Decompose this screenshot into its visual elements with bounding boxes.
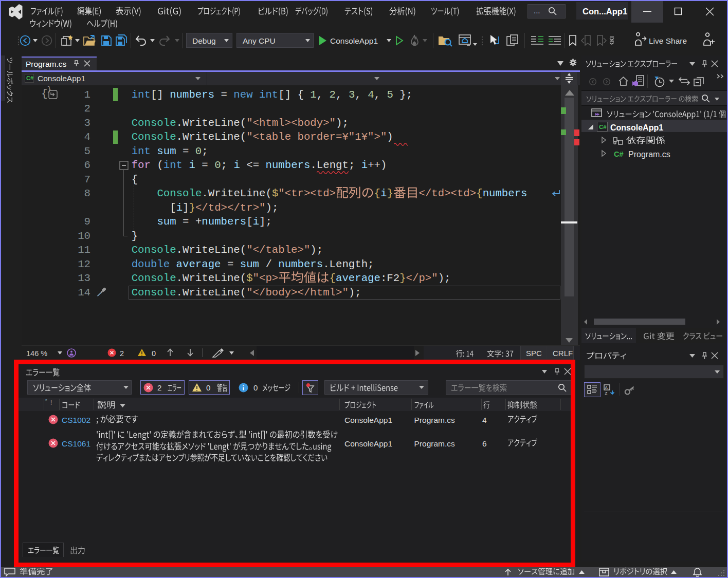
svg-text:A: A [605,385,608,390]
svg-text:Z: Z [605,391,608,396]
